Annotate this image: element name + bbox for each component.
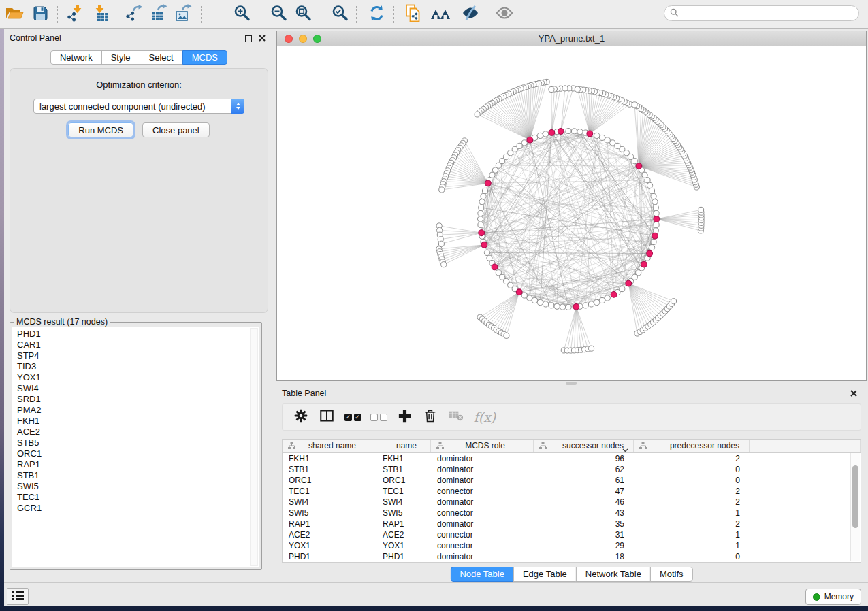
- export-image-button[interactable]: [173, 4, 193, 24]
- tab-style[interactable]: Style: [101, 50, 140, 65]
- first-neighbors-button[interactable]: [430, 4, 451, 24]
- export-table-button[interactable]: [148, 4, 169, 24]
- table-cell: 2: [634, 453, 750, 464]
- criterion-value: largest connected component (undirected): [39, 101, 206, 112]
- network-window: YPA_prune.txt_1: [276, 31, 867, 381]
- mcds-result-item[interactable]: TID3: [12, 361, 259, 372]
- mcds-result-item[interactable]: CAR1: [12, 340, 259, 350]
- column-header-shared-name[interactable]: shared name: [283, 440, 376, 452]
- mcds-result-item[interactable]: PMA2: [12, 405, 259, 416]
- mcds-result-item[interactable]: PHD1: [12, 329, 259, 340]
- tab-network[interactable]: Network: [50, 50, 102, 65]
- tab-edge-table[interactable]: Edge Table: [513, 567, 577, 582]
- hide-selected-button[interactable]: [460, 4, 481, 24]
- table-cell: 31: [534, 529, 634, 540]
- show-columns-button[interactable]: [314, 410, 340, 425]
- float-table-panel-icon[interactable]: [837, 391, 843, 397]
- save-icon: [32, 5, 49, 24]
- table-cell-filler: [750, 508, 861, 518]
- mcds-result-item[interactable]: SWI5: [12, 481, 259, 492]
- close-panel-icon[interactable]: [259, 35, 266, 42]
- mcds-result-item[interactable]: STB1: [12, 470, 259, 481]
- add-column-button[interactable]: [391, 410, 417, 425]
- table-cell-filler: [750, 540, 861, 551]
- mcds-result-item[interactable]: SRD1: [12, 394, 259, 405]
- search-input[interactable]: [682, 8, 858, 19]
- zoom-fit-button[interactable]: [293, 4, 313, 24]
- delete-table-button[interactable]: [443, 410, 469, 424]
- table-row[interactable]: SWI4SWI4dominator462: [283, 497, 861, 508]
- mcds-result-item[interactable]: SWI4: [12, 383, 259, 394]
- export-image-icon: [174, 4, 192, 24]
- mcds-result-item[interactable]: GCR1: [12, 503, 259, 514]
- column-header-predecessor-nodes[interactable]: predecessor nodes: [634, 440, 750, 452]
- tab-node-table[interactable]: Node Table: [450, 567, 514, 582]
- open-session-button[interactable]: [4, 4, 25, 24]
- table-row[interactable]: SWI5SWI5connector431: [283, 508, 861, 518]
- mcds-result-item[interactable]: ORC1: [12, 448, 259, 459]
- table-row[interactable]: RAP1RAP1dominator352: [283, 518, 861, 529]
- close-table-panel-icon[interactable]: [850, 390, 857, 397]
- import-network-button[interactable]: [65, 4, 86, 24]
- zoom-in-button[interactable]: [231, 4, 252, 24]
- table-row[interactable]: YOX1YOX1connector291: [283, 540, 861, 551]
- run-mcds-button[interactable]: Run MCDS: [68, 122, 133, 137]
- zoom-out-button[interactable]: [268, 4, 289, 24]
- delete-column-button[interactable]: [417, 409, 443, 425]
- main-toolbar: [0, 0, 868, 29]
- deselect-all-button[interactable]: [366, 414, 391, 421]
- mcds-result-item[interactable]: YOX1: [12, 372, 259, 383]
- column-header-name[interactable]: name: [376, 440, 431, 452]
- table-cell: PHD1: [283, 551, 376, 562]
- mcds-result-item[interactable]: ACE2: [12, 427, 259, 437]
- table-scroll-thumb[interactable]: [852, 465, 858, 528]
- network-canvas[interactable]: [277, 46, 866, 380]
- mcds-result-item[interactable]: STB5: [12, 437, 259, 448]
- table-row[interactable]: TEC1TEC1connector472: [283, 486, 861, 497]
- open-folder-icon: [5, 5, 24, 24]
- clone-network-button[interactable]: [403, 4, 423, 24]
- close-panel-button[interactable]: Close panel: [142, 122, 210, 137]
- sort-icon[interactable]: [622, 444, 628, 456]
- show-all-button[interactable]: [494, 4, 515, 24]
- tab-network-table[interactable]: Network Table: [576, 567, 651, 582]
- tab-select[interactable]: Select: [140, 50, 183, 65]
- table-cell: YOX1: [283, 540, 376, 551]
- memory-button[interactable]: Memory: [805, 589, 861, 605]
- horizontal-splitter[interactable]: [275, 381, 867, 386]
- tab-mcds[interactable]: MCDS: [182, 50, 227, 65]
- save-session-button[interactable]: [30, 4, 50, 24]
- right-area: YPA_prune.txt_1 Table Panel: [275, 31, 867, 582]
- tab-motifs[interactable]: Motifs: [650, 567, 693, 582]
- mcds-result-item[interactable]: STP4: [12, 350, 259, 361]
- criterion-dropdown[interactable]: largest connected component (undirected): [33, 99, 244, 114]
- table-cell: PHD1: [376, 551, 431, 562]
- float-panel-icon[interactable]: [245, 35, 252, 42]
- zoom-out-icon: [270, 5, 287, 24]
- import-table-button[interactable]: [90, 4, 110, 24]
- table-row[interactable]: STB1STB1dominator620: [283, 464, 861, 475]
- zoom-selected-button[interactable]: [329, 4, 350, 24]
- mcds-result-item[interactable]: RAP1: [12, 459, 259, 470]
- refresh-layout-button[interactable]: [366, 4, 387, 24]
- table-cell: 43: [534, 508, 634, 518]
- mcds-list-scrollbar[interactable]: [250, 328, 258, 566]
- table-cell: 62: [534, 464, 634, 475]
- export-network-button[interactable]: [124, 4, 144, 24]
- mcds-result-item[interactable]: TEC1: [12, 492, 259, 503]
- table-scrollbar[interactable]: [850, 453, 860, 561]
- table-cell: connector: [431, 486, 534, 497]
- column-header-successor-nodes[interactable]: successor nodes: [534, 440, 634, 452]
- table-row[interactable]: ACE2ACE2connector311: [283, 529, 861, 540]
- table-panel: Table Panel: [276, 386, 867, 582]
- table-row[interactable]: ORC1ORC1dominator610: [283, 475, 861, 486]
- mcds-result-item[interactable]: FKH1: [12, 416, 259, 427]
- table-row[interactable]: PHD1PHD1dominator180: [283, 551, 861, 562]
- apply-function-button[interactable]: f(x): [469, 410, 500, 425]
- select-all-button[interactable]: ✓✓: [340, 414, 366, 421]
- column-header-MCDS-role[interactable]: MCDS role: [431, 440, 534, 452]
- table-row[interactable]: FKH1FKH1dominator962: [283, 453, 861, 464]
- task-history-button[interactable]: [7, 588, 29, 605]
- table-cell: YOX1: [376, 540, 431, 551]
- table-settings-button[interactable]: [288, 409, 314, 425]
